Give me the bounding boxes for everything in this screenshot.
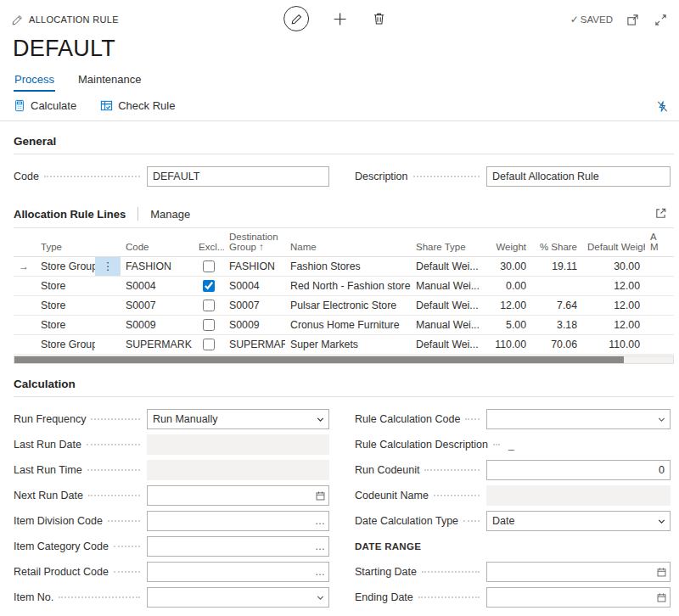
assist-edit-icon[interactable]: … [311,563,328,581]
cell-destination[interactable]: SUPERMARK [224,335,285,355]
excluded-checkbox[interactable] [203,339,215,350]
cell-pct-share[interactable]: 7.64 [531,296,582,316]
cell-default-weight[interactable]: 12.00 [582,296,645,316]
cell-am[interactable] [645,277,674,296]
cell-name[interactable]: Super Markets [285,335,411,355]
cell-share-type[interactable]: Manual Wei... [411,316,484,335]
cell-am[interactable] [645,257,674,277]
cell-share-type[interactable]: Default Wei... [411,257,484,277]
cell-type[interactable]: Store [36,277,95,296]
table-row[interactable]: Store S0004 S0004 Red North - Fashion st… [14,277,674,296]
run-codeunit-input[interactable] [487,461,670,479]
automate-icon[interactable] [654,98,671,115]
code-input[interactable] [148,167,328,186]
next-run-date-input[interactable] [148,486,311,505]
manage-tab[interactable]: Manage [150,208,190,221]
excluded-checkbox[interactable] [203,319,215,331]
col-code[interactable]: Code [121,230,194,257]
col-default-weight[interactable]: Default Weight [582,230,645,257]
table-row[interactable]: Store Group SUPERMARK SUPERMARK Super Ma… [14,335,674,355]
item-division-code-input[interactable] [148,512,311,530]
scrollbar-thumb[interactable] [14,356,624,363]
retail-product-code-input[interactable] [148,563,311,581]
assist-edit-icon[interactable]: … [311,537,328,556]
calculate-button[interactable]: Calculate [14,99,76,112]
description-input[interactable] [487,167,670,186]
cell-share-type[interactable]: Default Wei... [411,296,484,316]
cell-code[interactable]: S0004 [121,277,194,296]
cell-pct-share[interactable] [531,277,582,296]
cell-am[interactable] [645,335,674,355]
item-category-code-input[interactable] [148,537,311,556]
cell-weight[interactable]: 30.00 [484,257,531,277]
excluded-checkbox[interactable] [203,260,215,272]
cell-name[interactable]: Red North - Fashion store [285,277,411,296]
col-pct-share[interactable]: % Share [531,230,582,257]
fit-to-window-icon[interactable] [653,12,669,28]
cell-share-type[interactable]: Default Wei... [411,335,484,355]
calendar-icon[interactable] [653,563,670,581]
cell-default-weight[interactable]: 110.00 [582,335,645,355]
item-no-input[interactable] [148,588,311,607]
col-type[interactable]: Type [36,230,95,257]
chevron-down-icon[interactable] [311,410,328,428]
lookup-chevron-icon[interactable] [311,588,328,607]
delete-button[interactable] [371,10,387,27]
col-weight[interactable]: Weight [484,230,531,257]
run-frequency-input[interactable] [148,410,311,428]
excluded-checkbox[interactable] [203,280,215,292]
tab-maintenance[interactable]: Maintenance [77,70,142,92]
cell-code[interactable]: S0009 [121,316,194,335]
cell-code[interactable]: SUPERMARK [121,335,194,355]
col-share-type[interactable]: Share Type [411,230,484,257]
open-in-new-window-icon[interactable] [625,12,641,28]
cell-weight[interactable]: 12.00 [484,296,531,316]
starting-date-input[interactable] [487,563,653,581]
calendar-icon[interactable] [311,486,328,505]
col-destination-group[interactable]: DestinationGroup ↑ [224,230,285,257]
cell-am[interactable] [645,296,674,316]
chevron-down-icon[interactable] [653,512,670,530]
col-am[interactable]: AM [645,230,674,257]
cell-type[interactable]: Store Group [36,257,95,277]
col-excluded[interactable]: Excl... [194,230,224,257]
cell-destination[interactable]: S0009 [224,316,285,335]
cell-pct-share[interactable]: 3.18 [531,316,582,335]
cell-code[interactable]: S0007 [121,296,194,316]
date-calculation-type-input[interactable] [487,512,653,530]
cell-destination[interactable]: S0004 [224,277,285,296]
lookup-chevron-icon[interactable] [653,410,670,428]
horizontal-scrollbar[interactable] [14,356,674,364]
row-kebab-icon[interactable]: ⋮ [95,257,121,277]
cell-pct-share[interactable]: 70.06 [531,335,582,355]
cell-destination[interactable]: S0007 [224,296,285,316]
calendar-icon[interactable] [653,588,670,607]
check-rule-button[interactable]: Check Rule [100,99,175,112]
col-name[interactable]: Name [285,230,411,257]
new-button[interactable] [331,10,349,28]
table-row[interactable]: Store S0009 S0009 Cronus Home Furniture … [14,316,674,335]
table-row[interactable]: → Store Group ⋮ FASHION FASHION Fashion … [14,257,674,277]
cell-share-type[interactable]: Manual Wei... [411,277,484,296]
cell-type[interactable]: Store Group [36,335,95,355]
cell-weight[interactable]: 0.00 [484,277,531,296]
cell-am[interactable] [645,316,674,335]
cell-name[interactable]: Fashion Stores [285,257,411,277]
ending-date-input[interactable] [487,588,653,607]
focus-mode-icon[interactable] [653,205,669,221]
cell-default-weight[interactable]: 12.00 [582,277,645,296]
cell-type[interactable]: Store [36,316,95,335]
cell-code[interactable]: FASHION [121,257,194,277]
cell-weight[interactable]: 5.00 [484,316,531,335]
table-row[interactable]: Store S0007 S0007 Pulsar Electronic Stor… [14,296,674,316]
assist-edit-icon[interactable]: … [311,512,328,530]
cell-default-weight[interactable]: 30.00 [582,257,645,277]
cell-name[interactable]: Cronus Home Furniture [285,316,411,335]
cell-default-weight[interactable]: 12.00 [582,316,645,335]
cell-destination[interactable]: FASHION [224,257,285,277]
cell-pct-share[interactable]: 19.11 [531,257,582,277]
cell-weight[interactable]: 110.00 [484,335,531,355]
cell-name[interactable]: Pulsar Electronic Store [285,296,411,316]
excluded-checkbox[interactable] [203,300,215,311]
tab-process[interactable]: Process [14,70,55,92]
